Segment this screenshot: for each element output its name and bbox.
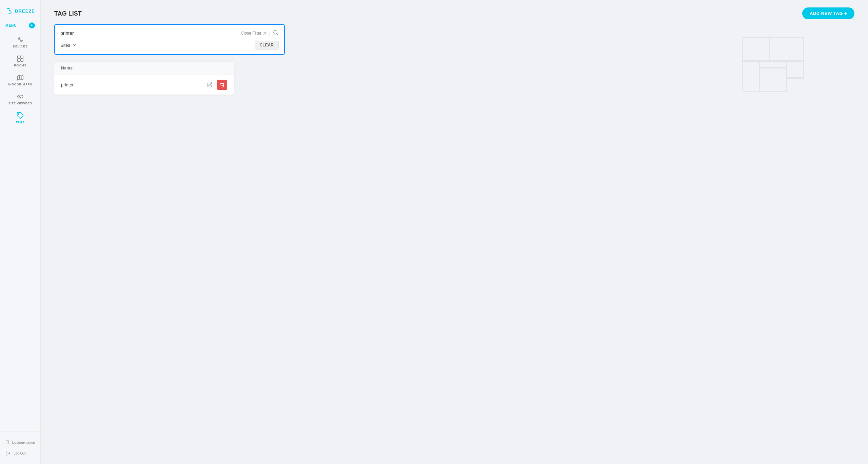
tag-name: printer: [61, 82, 205, 87]
sidebar-item-rooms[interactable]: ROOMS: [0, 52, 40, 70]
svg-point-10: [18, 114, 19, 115]
sidebar-item-tags[interactable]: TAGS: [0, 108, 40, 127]
svg-rect-5: [20, 59, 23, 61]
menu-label: MENU: [5, 24, 17, 27]
logout-label: Log Out: [14, 451, 26, 455]
sidebar-item-devices[interactable]: DEVICES: [0, 33, 40, 52]
svg-rect-16: [743, 61, 760, 92]
close-filter-button[interactable]: Close Filter ✕: [241, 31, 267, 36]
svg-point-8: [17, 95, 23, 98]
svg-marker-0: [31, 24, 33, 26]
sidebar-item-devices-label: DEVICES: [13, 45, 27, 48]
close-filter-label: Close Filter: [241, 31, 261, 36]
sidebar-item-rooms-label: ROOMS: [14, 64, 26, 67]
sidebar-item-site-viewers-label: SITE VIEWERS: [8, 102, 32, 105]
search-input[interactable]: [60, 31, 241, 36]
svg-line-13: [277, 34, 278, 35]
menu-header: MENU: [0, 20, 40, 31]
svg-rect-3: [20, 56, 23, 58]
documentation-label: Documentation: [12, 441, 35, 444]
svg-point-9: [19, 96, 21, 98]
col-name-header: Name: [61, 66, 73, 70]
svg-rect-14: [743, 37, 770, 61]
svg-rect-2: [17, 56, 20, 58]
sidebar-item-site-viewers[interactable]: SITE VIEWERS: [0, 89, 40, 108]
book-icon: [5, 440, 9, 445]
close-filter-x-icon: ✕: [263, 31, 267, 36]
sites-label: Sites: [60, 43, 70, 48]
documentation-link[interactable]: Documentation: [3, 437, 38, 448]
svg-point-12: [274, 31, 277, 34]
svg-rect-18: [787, 61, 804, 78]
search-icon: [273, 29, 279, 36]
svg-rect-17: [760, 68, 787, 92]
sidebar-bottom: Documentation Log Out: [0, 431, 40, 464]
sidebar-item-indoor-maps-label: INDOOR MAPS: [8, 83, 32, 86]
sidebar-item-tags-label: TAGS: [16, 121, 24, 124]
sidebar: BREEZE MENU DEVICES ROOMS INDOOR MAP: [0, 0, 41, 464]
trash-icon: [220, 82, 225, 87]
row-actions: [205, 80, 227, 90]
pencil-icon: [207, 82, 212, 87]
svg-rect-4: [17, 59, 20, 61]
tag-icon: [17, 112, 24, 119]
add-new-tag-button[interactable]: ADD NEW TAG +: [802, 7, 854, 19]
table-row: printer: [54, 75, 234, 95]
sidebar-item-indoor-maps[interactable]: INDOOR MAPS: [0, 70, 40, 89]
logout-icon: [5, 450, 11, 456]
main-content: TAG LIST ADD NEW TAG + Close Filter ✕: [41, 0, 868, 464]
filter-panel: Close Filter ✕ Sites CLEAR: [54, 24, 285, 55]
menu-toggle-button[interactable]: [29, 22, 35, 28]
signal-icon: [17, 36, 24, 43]
logout-link[interactable]: Log Out: [3, 448, 38, 459]
filter-search-row: Close Filter ✕: [60, 29, 279, 37]
svg-point-1: [20, 39, 21, 40]
chevron-down-icon: [72, 43, 77, 47]
eye-icon: [17, 93, 24, 100]
tags-table: Name printer: [54, 62, 234, 95]
table-header: Name: [54, 62, 234, 75]
sites-dropdown[interactable]: Sites: [60, 41, 77, 49]
floor-plan-decoration: [739, 34, 807, 96]
map-icon: [17, 74, 24, 81]
edit-tag-button[interactable]: [205, 80, 214, 89]
breeze-logo-icon: [5, 6, 13, 16]
search-button[interactable]: [273, 29, 279, 37]
filter-bottom-row: Sites CLEAR: [60, 41, 279, 49]
clear-button[interactable]: CLEAR: [255, 41, 279, 49]
filter-divider: [270, 30, 270, 37]
logo-area: BREEZE: [0, 0, 40, 20]
cube-icon: [17, 55, 24, 62]
delete-tag-button[interactable]: [217, 80, 227, 90]
logo-text: BREEZE: [15, 8, 35, 14]
svg-rect-15: [770, 37, 804, 61]
filter-controls: Close Filter ✕: [241, 29, 279, 37]
page-title: TAG LIST: [54, 10, 854, 17]
